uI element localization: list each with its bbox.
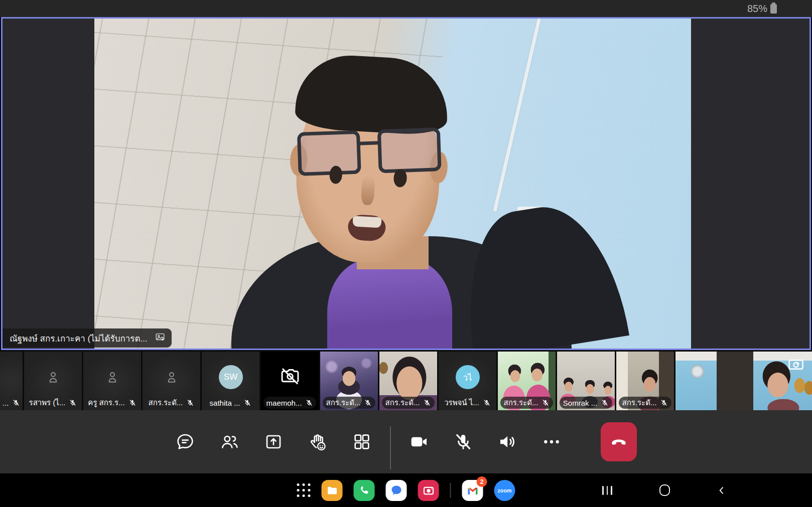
participant-label: สกร.ระดั... — [500, 397, 553, 409]
chat-button[interactable] — [175, 432, 195, 452]
battery-icon — [770, 4, 777, 14]
participant-label: วรพจน์ ไ... — [439, 397, 496, 409]
folder-icon — [325, 483, 339, 497]
camera-icon — [422, 483, 435, 497]
raise-hand-reaction-icon — [308, 432, 328, 452]
app-dock: 2 zoom — [297, 480, 515, 501]
camera-off-icon — [279, 365, 301, 387]
back-button[interactable] — [714, 483, 729, 498]
participant-name: สกร.ระดั... — [504, 397, 538, 409]
participant-label: maemoh... — [263, 397, 316, 409]
meeting-control-bar — [0, 410, 812, 473]
speaker-shirt — [327, 259, 453, 349]
zoom-logo-text: zoom — [497, 487, 511, 493]
share-screen-icon — [263, 432, 284, 452]
participants-icon — [219, 432, 239, 452]
participant-tile[interactable]: รสาพร (ไ... — [24, 352, 82, 410]
mic-off-icon — [186, 399, 194, 407]
mic-off-icon — [69, 399, 77, 407]
participant-tile[interactable]: ครู สกร.ร... — [83, 352, 141, 410]
audio-button[interactable] — [497, 432, 517, 452]
participant-tile[interactable]: วไ วรพจน์ ไ... — [439, 352, 496, 410]
wall-conduit — [493, 19, 543, 212]
participant-tile[interactable] — [675, 352, 812, 410]
participant-label: สกร.ระดั... — [143, 397, 200, 409]
participant-tile[interactable]: สกร.ระดั... — [498, 352, 556, 410]
mic-muted-icon — [453, 432, 473, 452]
gallery-view-icon — [352, 432, 372, 452]
gmail-app-icon[interactable]: 2 — [462, 480, 483, 501]
participant-name: sathita ... — [210, 399, 240, 407]
person-silhouette-icon — [164, 369, 180, 385]
participant-tile[interactable]: maemoh... — [261, 352, 319, 410]
gmail-badge: 2 — [477, 476, 487, 487]
battery-percent: 85% — [747, 3, 767, 15]
filmstrip: ... — [0, 350, 812, 410]
mic-off-icon — [542, 399, 550, 407]
camera-app-icon[interactable] — [418, 480, 439, 501]
speaker-face — [292, 61, 446, 266]
mic-off-icon — [364, 399, 372, 407]
share-screen-button[interactable] — [263, 432, 284, 452]
mic-off-icon — [423, 399, 431, 407]
main-speaker-video[interactable]: ณัฐพงษ์ สกร.เกาะคา (ไม่ได้รับการต... — [1, 17, 811, 350]
mic-off-icon — [660, 399, 668, 407]
participant-tile[interactable]: ... — [0, 352, 23, 410]
participant-name: ครู สกร.ร... — [88, 397, 124, 409]
participant-name: ... — [3, 399, 9, 407]
phone-app-icon[interactable] — [354, 480, 375, 501]
participant-tile[interactable]: Somrak ... — [557, 352, 615, 410]
android-nav-buttons — [600, 483, 729, 498]
my-files-app-icon[interactable] — [322, 480, 343, 501]
participant-label: สกร.ระดั... — [323, 397, 375, 409]
status-bar: 85% — [0, 0, 812, 17]
end-call-button[interactable] — [601, 422, 637, 461]
participant-name: สกร.ระดั... — [385, 397, 420, 409]
participants-button[interactable] — [219, 432, 239, 452]
speaker-name-text: ณัฐพงษ์ สกร.เกาะคา (ไม่ได้รับการต... — [10, 331, 148, 345]
speaker-glasses — [294, 127, 445, 176]
end-call-handset-icon — [609, 432, 628, 451]
virtual-background-icon[interactable] — [155, 331, 166, 345]
home-icon — [659, 484, 670, 496]
person-silhouette-icon — [45, 369, 61, 385]
messages-app-icon[interactable] — [386, 480, 407, 501]
participant-name: Somrak ... — [563, 399, 597, 407]
participant-tile[interactable]: สกร.ระดั... — [379, 352, 437, 410]
participant-name: วรพจน์ ไ... — [444, 397, 479, 409]
home-button[interactable] — [657, 483, 672, 498]
recents-button[interactable] — [600, 483, 615, 498]
participant-tile[interactable]: สกร.ระดั... — [143, 352, 200, 410]
back-chevron-icon — [717, 485, 727, 495]
gmail-icon — [466, 483, 479, 497]
video-button[interactable] — [409, 432, 429, 452]
more-button[interactable] — [542, 432, 562, 452]
app-drawer-button[interactable] — [297, 483, 311, 497]
mic-off-icon — [12, 399, 20, 407]
mic-off-icon — [243, 399, 251, 407]
more-dots-icon — [542, 432, 562, 452]
person-silhouette-icon — [104, 369, 120, 385]
zoom-app-icon[interactable]: zoom — [494, 480, 515, 501]
participant-label: ครู สกร.ร... — [83, 397, 141, 409]
reactions-button[interactable] — [308, 432, 328, 452]
participant-label: สกร.ระดั... — [619, 397, 671, 409]
video-camera-icon — [409, 432, 429, 452]
recents-icon — [602, 486, 612, 495]
speaker-name-label: ณัฐพงษ์ สกร.เกาะคา (ไม่ได้รับการต... — [3, 328, 172, 348]
participant-name: รสาพร (ไ... — [29, 397, 66, 409]
speaker-video-frame — [94, 19, 691, 349]
participant-tile[interactable]: สกร.ระดั... — [320, 352, 378, 410]
mute-button[interactable] — [453, 432, 473, 452]
controls-divider — [390, 426, 391, 469]
participant-label: รสาพร (ไ... — [24, 397, 82, 409]
chat-icon — [175, 432, 195, 452]
participant-tile[interactable]: สกร.ระดั... — [616, 352, 674, 410]
participant-tile[interactable]: SW sathita ... — [202, 352, 259, 410]
mic-off-icon — [601, 399, 609, 407]
gallery-view-button[interactable] — [352, 432, 372, 452]
participant-label: ... — [0, 397, 23, 409]
switch-camera-icon[interactable] — [787, 356, 805, 374]
avatar-initials: วไ — [456, 365, 480, 389]
chat-bubble-icon — [389, 483, 403, 497]
